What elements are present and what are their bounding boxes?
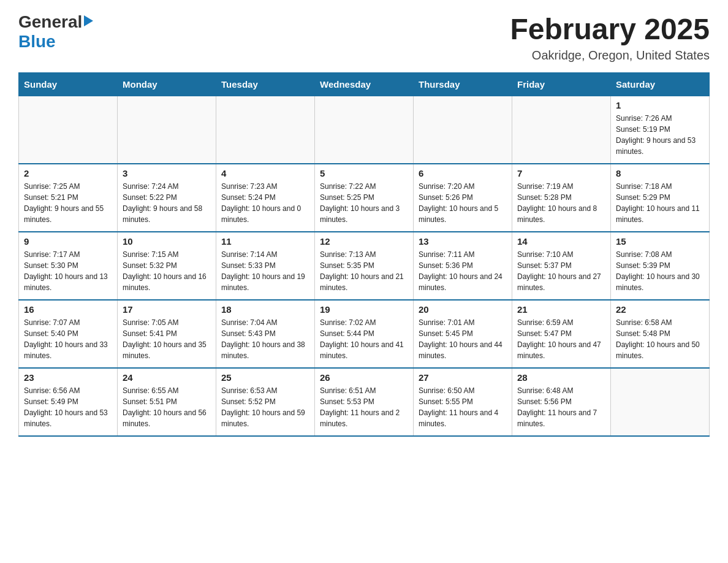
calendar-header-friday: Friday bbox=[512, 73, 611, 96]
day-number: 8 bbox=[616, 168, 704, 178]
day-number: 12 bbox=[320, 236, 408, 247]
calendar-cell bbox=[512, 96, 611, 164]
day-number: 28 bbox=[517, 372, 605, 383]
calendar-cell: 11Sunrise: 7:14 AM Sunset: 5:33 PM Dayli… bbox=[216, 232, 315, 300]
day-info: Sunrise: 7:05 AM Sunset: 5:41 PM Dayligh… bbox=[123, 317, 211, 361]
day-info: Sunrise: 7:02 AM Sunset: 5:44 PM Dayligh… bbox=[320, 317, 408, 361]
day-info: Sunrise: 7:23 AM Sunset: 5:24 PM Dayligh… bbox=[221, 181, 309, 225]
day-info: Sunrise: 6:48 AM Sunset: 5:56 PM Dayligh… bbox=[517, 385, 605, 429]
calendar-cell: 26Sunrise: 6:51 AM Sunset: 5:53 PM Dayli… bbox=[315, 368, 414, 436]
calendar-header-monday: Monday bbox=[118, 73, 216, 96]
day-number: 5 bbox=[320, 168, 408, 178]
month-title: February 2025 bbox=[510, 12, 710, 46]
day-info: Sunrise: 7:22 AM Sunset: 5:25 PM Dayligh… bbox=[320, 181, 408, 225]
day-info: Sunrise: 7:26 AM Sunset: 5:19 PM Dayligh… bbox=[616, 113, 704, 157]
day-number: 6 bbox=[419, 168, 507, 178]
calendar-cell: 8Sunrise: 7:18 AM Sunset: 5:29 PM Daylig… bbox=[611, 164, 710, 232]
calendar-header-row: SundayMondayTuesdayWednesdayThursdayFrid… bbox=[19, 73, 710, 96]
day-number: 20 bbox=[419, 304, 507, 315]
day-info: Sunrise: 6:56 AM Sunset: 5:49 PM Dayligh… bbox=[24, 385, 112, 429]
calendar-cell: 15Sunrise: 7:08 AM Sunset: 5:39 PM Dayli… bbox=[611, 232, 710, 300]
calendar-cell bbox=[216, 96, 315, 164]
calendar-cell: 27Sunrise: 6:50 AM Sunset: 5:55 PM Dayli… bbox=[414, 368, 512, 436]
calendar-cell bbox=[315, 96, 414, 164]
day-number: 3 bbox=[123, 168, 211, 178]
day-number: 27 bbox=[419, 372, 507, 383]
calendar-cell: 10Sunrise: 7:15 AM Sunset: 5:32 PM Dayli… bbox=[118, 232, 216, 300]
day-info: Sunrise: 7:07 AM Sunset: 5:40 PM Dayligh… bbox=[24, 317, 112, 361]
calendar-cell: 18Sunrise: 7:04 AM Sunset: 5:43 PM Dayli… bbox=[216, 300, 315, 368]
calendar-cell: 19Sunrise: 7:02 AM Sunset: 5:44 PM Dayli… bbox=[315, 300, 414, 368]
day-info: Sunrise: 7:24 AM Sunset: 5:22 PM Dayligh… bbox=[123, 181, 211, 225]
logo: General Blue bbox=[18, 12, 93, 52]
calendar-header-sunday: Sunday bbox=[19, 73, 118, 96]
calendar-cell bbox=[118, 96, 216, 164]
day-number: 13 bbox=[419, 236, 507, 247]
page-header: General Blue February 2025 Oakridge, Ore… bbox=[18, 12, 710, 63]
calendar-cell: 1Sunrise: 7:26 AM Sunset: 5:19 PM Daylig… bbox=[611, 96, 710, 164]
calendar-week-2: 2Sunrise: 7:25 AM Sunset: 5:21 PM Daylig… bbox=[19, 164, 710, 232]
day-number: 17 bbox=[123, 304, 211, 315]
day-info: Sunrise: 6:55 AM Sunset: 5:51 PM Dayligh… bbox=[123, 385, 211, 429]
day-number: 9 bbox=[24, 236, 112, 247]
day-number: 19 bbox=[320, 304, 408, 315]
day-number: 7 bbox=[517, 168, 605, 178]
calendar-cell: 4Sunrise: 7:23 AM Sunset: 5:24 PM Daylig… bbox=[216, 164, 315, 232]
logo-triangle-icon bbox=[84, 15, 93, 26]
calendar-cell: 16Sunrise: 7:07 AM Sunset: 5:40 PM Dayli… bbox=[19, 300, 118, 368]
day-info: Sunrise: 7:17 AM Sunset: 5:30 PM Dayligh… bbox=[24, 249, 112, 293]
location: Oakridge, Oregon, United States bbox=[510, 48, 710, 63]
day-number: 18 bbox=[221, 304, 309, 315]
day-number: 21 bbox=[517, 304, 605, 315]
day-number: 4 bbox=[221, 168, 309, 178]
calendar-cell: 12Sunrise: 7:13 AM Sunset: 5:35 PM Dayli… bbox=[315, 232, 414, 300]
day-info: Sunrise: 6:53 AM Sunset: 5:52 PM Dayligh… bbox=[221, 385, 309, 429]
calendar-cell bbox=[414, 96, 512, 164]
calendar-cell: 3Sunrise: 7:24 AM Sunset: 5:22 PM Daylig… bbox=[118, 164, 216, 232]
day-info: Sunrise: 6:51 AM Sunset: 5:53 PM Dayligh… bbox=[320, 385, 408, 429]
calendar-header-wednesday: Wednesday bbox=[315, 73, 414, 96]
calendar-cell: 24Sunrise: 6:55 AM Sunset: 5:51 PM Dayli… bbox=[118, 368, 216, 436]
day-number: 11 bbox=[221, 236, 309, 247]
day-info: Sunrise: 6:58 AM Sunset: 5:48 PM Dayligh… bbox=[616, 317, 704, 361]
calendar-cell: 9Sunrise: 7:17 AM Sunset: 5:30 PM Daylig… bbox=[19, 232, 118, 300]
calendar-cell: 22Sunrise: 6:58 AM Sunset: 5:48 PM Dayli… bbox=[611, 300, 710, 368]
calendar-cell: 13Sunrise: 7:11 AM Sunset: 5:36 PM Dayli… bbox=[414, 232, 512, 300]
day-info: Sunrise: 7:08 AM Sunset: 5:39 PM Dayligh… bbox=[616, 249, 704, 293]
calendar-header-thursday: Thursday bbox=[414, 73, 512, 96]
day-info: Sunrise: 7:20 AM Sunset: 5:26 PM Dayligh… bbox=[419, 181, 507, 225]
calendar-cell: 6Sunrise: 7:20 AM Sunset: 5:26 PM Daylig… bbox=[414, 164, 512, 232]
calendar-week-3: 9Sunrise: 7:17 AM Sunset: 5:30 PM Daylig… bbox=[19, 232, 710, 300]
calendar-cell bbox=[611, 368, 710, 436]
logo-general-text: General bbox=[18, 12, 82, 32]
calendar-cell: 25Sunrise: 6:53 AM Sunset: 5:52 PM Dayli… bbox=[216, 368, 315, 436]
calendar-week-1: 1Sunrise: 7:26 AM Sunset: 5:19 PM Daylig… bbox=[19, 96, 710, 164]
calendar-cell: 2Sunrise: 7:25 AM Sunset: 5:21 PM Daylig… bbox=[19, 164, 118, 232]
calendar-cell: 28Sunrise: 6:48 AM Sunset: 5:56 PM Dayli… bbox=[512, 368, 611, 436]
calendar-cell: 5Sunrise: 7:22 AM Sunset: 5:25 PM Daylig… bbox=[315, 164, 414, 232]
day-info: Sunrise: 7:11 AM Sunset: 5:36 PM Dayligh… bbox=[419, 249, 507, 293]
day-info: Sunrise: 6:50 AM Sunset: 5:55 PM Dayligh… bbox=[419, 385, 507, 429]
calendar-week-4: 16Sunrise: 7:07 AM Sunset: 5:40 PM Dayli… bbox=[19, 300, 710, 368]
calendar-cell: 7Sunrise: 7:19 AM Sunset: 5:28 PM Daylig… bbox=[512, 164, 611, 232]
day-number: 22 bbox=[616, 304, 704, 315]
day-info: Sunrise: 6:59 AM Sunset: 5:47 PM Dayligh… bbox=[517, 317, 605, 361]
day-info: Sunrise: 7:04 AM Sunset: 5:43 PM Dayligh… bbox=[221, 317, 309, 361]
title-area: February 2025 Oakridge, Oregon, United S… bbox=[510, 12, 710, 63]
calendar-week-5: 23Sunrise: 6:56 AM Sunset: 5:49 PM Dayli… bbox=[19, 368, 710, 436]
calendar-table: SundayMondayTuesdayWednesdayThursdayFrid… bbox=[18, 72, 710, 437]
day-number: 25 bbox=[221, 372, 309, 383]
day-info: Sunrise: 7:13 AM Sunset: 5:35 PM Dayligh… bbox=[320, 249, 408, 293]
calendar-cell bbox=[19, 96, 118, 164]
day-number: 24 bbox=[123, 372, 211, 383]
day-info: Sunrise: 7:14 AM Sunset: 5:33 PM Dayligh… bbox=[221, 249, 309, 293]
day-info: Sunrise: 7:25 AM Sunset: 5:21 PM Dayligh… bbox=[24, 181, 112, 225]
day-number: 15 bbox=[616, 236, 704, 247]
calendar-cell: 20Sunrise: 7:01 AM Sunset: 5:45 PM Dayli… bbox=[414, 300, 512, 368]
day-number: 23 bbox=[24, 372, 112, 383]
day-number: 2 bbox=[24, 168, 112, 178]
calendar-cell: 14Sunrise: 7:10 AM Sunset: 5:37 PM Dayli… bbox=[512, 232, 611, 300]
calendar-header-saturday: Saturday bbox=[611, 73, 710, 96]
logo-blue-text: Blue bbox=[18, 32, 56, 51]
day-number: 10 bbox=[123, 236, 211, 247]
